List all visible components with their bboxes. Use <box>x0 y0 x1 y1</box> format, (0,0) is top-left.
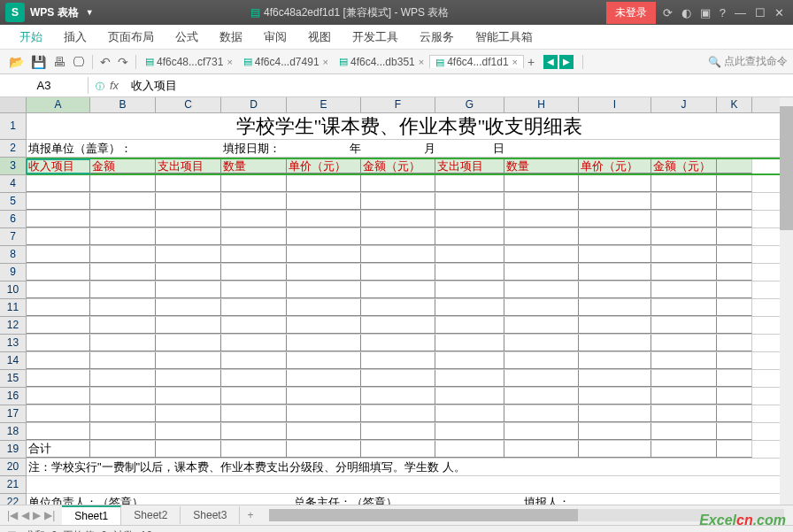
cell[interactable] <box>504 405 579 422</box>
cell[interactable] <box>90 317 156 334</box>
cell[interactable] <box>504 281 579 298</box>
cell[interactable] <box>651 281 717 298</box>
cell[interactable] <box>27 264 90 281</box>
cell[interactable] <box>287 193 361 210</box>
cell[interactable] <box>651 388 717 405</box>
row-header[interactable]: 15 <box>0 370 26 388</box>
cell[interactable] <box>156 405 221 422</box>
select-all-corner[interactable] <box>0 97 27 112</box>
cell[interactable] <box>90 193 156 210</box>
col-header-a[interactable]: A <box>27 97 90 112</box>
cell[interactable] <box>156 281 221 298</box>
cell[interactable] <box>90 405 156 422</box>
cell[interactable]: 单价（元） <box>579 159 651 173</box>
cell[interactable] <box>287 352 361 369</box>
menu-view[interactable]: 视图 <box>297 29 342 45</box>
cell[interactable] <box>361 423 435 440</box>
cell[interactable] <box>579 281 651 298</box>
cell[interactable] <box>651 317 717 334</box>
tab-close-icon[interactable]: × <box>227 57 232 67</box>
cell[interactable] <box>156 423 221 440</box>
cell[interactable] <box>27 193 90 210</box>
cell[interactable] <box>156 317 221 334</box>
cell[interactable] <box>27 175 90 192</box>
cell[interactable] <box>717 405 752 422</box>
minimize-icon[interactable]: — <box>735 6 746 19</box>
cell[interactable] <box>435 423 504 440</box>
cell[interactable] <box>221 335 287 351</box>
sheet-prev-icon[interactable]: ◀ <box>21 509 29 521</box>
cell-sign-a[interactable]: 单位负责人：（签章） <box>27 494 292 505</box>
cell[interactable] <box>717 264 752 281</box>
sheet-first-icon[interactable]: |◀ <box>7 509 18 521</box>
cell[interactable] <box>435 370 504 387</box>
col-header-e[interactable]: E <box>287 97 361 112</box>
cell-note[interactable]: 注：学校实行"一费制"以后，课本费、作业本费支出分级段、分明细填写。学生数 人。 <box>27 459 793 475</box>
col-header-f[interactable]: F <box>361 97 435 112</box>
print-icon[interactable]: 🖶 <box>53 55 65 69</box>
help-icon[interactable]: ? <box>720 6 726 19</box>
cell[interactable] <box>504 352 579 369</box>
cell[interactable] <box>27 335 90 351</box>
cell[interactable] <box>579 211 651 227</box>
cell[interactable] <box>717 335 752 351</box>
row-header[interactable]: 12 <box>0 317 26 335</box>
cell[interactable] <box>156 388 221 405</box>
menu-review[interactable]: 审阅 <box>253 29 297 45</box>
cell[interactable] <box>651 370 717 387</box>
cell[interactable] <box>651 405 717 422</box>
cell[interactable] <box>27 317 90 334</box>
row-header[interactable]: 16 <box>0 388 26 405</box>
cell[interactable] <box>287 211 361 227</box>
cell[interactable] <box>435 405 504 422</box>
cell[interactable] <box>221 175 287 192</box>
cell-sign-e[interactable]: 总务主任：（签章） <box>292 494 522 505</box>
row-header[interactable]: 6 <box>0 211 26 228</box>
cell[interactable] <box>651 352 717 369</box>
preview-icon[interactable]: 🖵 <box>73 55 85 69</box>
cell[interactable] <box>651 211 717 227</box>
menu-data[interactable]: 数据 <box>209 29 253 45</box>
cell[interactable] <box>717 370 752 387</box>
cell[interactable] <box>651 228 717 245</box>
menu-smart-tools[interactable]: 智能工具箱 <box>465 29 543 45</box>
cell[interactable] <box>27 228 90 245</box>
cell[interactable] <box>287 281 361 298</box>
cell[interactable] <box>361 175 435 192</box>
cell[interactable] <box>504 441 579 458</box>
undo-icon[interactable]: ↶ <box>100 55 111 69</box>
app-menu-dropdown[interactable]: ▼ <box>86 8 94 17</box>
cell[interactable]: 填报日期： <box>221 140 289 157</box>
cell[interactable]: 数量 <box>504 159 579 173</box>
row-header[interactable]: 22 <box>0 494 26 505</box>
row-header[interactable]: 18 <box>0 423 26 441</box>
name-box[interactable]: A3 <box>0 77 89 94</box>
cell[interactable] <box>221 299 287 316</box>
cell[interactable] <box>361 352 435 369</box>
cell[interactable] <box>651 441 717 458</box>
cell[interactable] <box>504 228 579 245</box>
scrollbar-thumb[interactable] <box>269 509 578 521</box>
cell[interactable] <box>717 211 752 227</box>
row-header[interactable]: 13 <box>0 335 26 352</box>
cell[interactable] <box>579 441 651 458</box>
cell[interactable]: 金额（元） <box>361 159 435 173</box>
cell[interactable] <box>27 388 90 405</box>
cell[interactable] <box>27 423 90 440</box>
maximize-icon[interactable]: ☐ <box>755 6 766 19</box>
row-header[interactable]: 9 <box>0 264 26 281</box>
cell[interactable]: 金额（元） <box>651 159 717 173</box>
cell[interactable] <box>717 317 752 334</box>
cell[interactable]: 金额 <box>90 159 156 173</box>
cell[interactable] <box>504 317 579 334</box>
cell[interactable] <box>651 175 717 192</box>
cell[interactable] <box>717 228 752 245</box>
row-header[interactable]: 17 <box>0 405 26 423</box>
cell[interactable] <box>504 423 579 440</box>
cell[interactable] <box>156 175 221 192</box>
pin-icon[interactable]: ▣ <box>700 6 711 19</box>
cell[interactable] <box>90 388 156 405</box>
cell[interactable] <box>651 299 717 316</box>
row-header[interactable]: 2 <box>0 140 26 158</box>
scrollbar-thumb[interactable] <box>780 106 793 230</box>
